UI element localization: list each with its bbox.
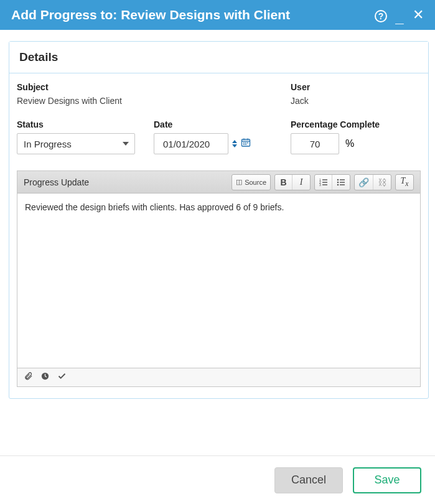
subject-value: Review Designs with Client — [17, 96, 291, 106]
source-icon: ◫ — [236, 178, 242, 186]
link-button[interactable]: 🔗 — [355, 175, 373, 190]
bold-button[interactable]: B — [275, 175, 292, 190]
help-icon: ? — [375, 10, 387, 22]
unlink-icon: ⛓ — [378, 177, 386, 187]
editor-footer — [17, 368, 420, 386]
status-select[interactable]: In Progress — [17, 133, 135, 154]
cancel-button[interactable]: Cancel — [274, 467, 343, 493]
minimize-icon: _ — [395, 9, 403, 26]
numbered-list-button[interactable]: 123 — [315, 175, 332, 190]
svg-point-18 — [337, 179, 339, 180]
source-button[interactable]: ◫ Source — [232, 175, 270, 190]
svg-text:3: 3 — [319, 183, 321, 187]
numbered-list-icon: 123 — [319, 178, 328, 187]
user-label: User — [291, 82, 403, 92]
window-title: Add Progress to: Review Designs with Cli… — [11, 7, 372, 22]
done-button[interactable] — [57, 371, 67, 383]
date-label: Date — [154, 119, 291, 129]
editor-box: Progress Update ◫ Source B I — [17, 170, 421, 387]
history-button[interactable] — [40, 371, 50, 383]
details-panel: Details Subject Review Designs with Clie… — [9, 41, 429, 399]
close-icon: ✕ — [413, 7, 424, 22]
title-bar: Add Progress to: Review Designs with Cli… — [0, 0, 435, 30]
bullet-list-button[interactable] — [332, 175, 350, 190]
bullet-list-icon — [337, 178, 345, 187]
paperclip-icon — [24, 371, 33, 381]
help-button[interactable]: ? — [372, 8, 390, 22]
editor-toolbar: ◫ Source B I 123 — [228, 174, 414, 190]
percentage-unit: % — [345, 138, 354, 149]
user-value: Jack — [291, 96, 403, 106]
calendar-button[interactable] — [241, 138, 251, 150]
chevron-up-icon — [232, 140, 237, 143]
calendar-icon — [241, 138, 251, 147]
attach-button[interactable] — [24, 371, 33, 383]
button-bar: Cancel Save — [0, 455, 435, 504]
remove-format-icon: Tx — [401, 176, 409, 188]
svg-point-19 — [337, 181, 339, 183]
panel-header: Details — [9, 42, 428, 73]
subject-label: Subject — [17, 82, 291, 92]
editor-title: Progress Update — [24, 177, 89, 187]
save-button[interactable]: Save — [353, 467, 421, 493]
link-icon: 🔗 — [358, 177, 369, 187]
source-label: Source — [245, 179, 266, 186]
status-label: Status — [17, 119, 154, 129]
italic-button[interactable]: I — [292, 175, 310, 190]
minimize-button[interactable]: _ — [390, 6, 409, 24]
editor-textarea[interactable]: Reviewed the design briefs with clients.… — [17, 194, 420, 368]
chevron-down-icon — [232, 144, 237, 147]
form-scroll-area[interactable]: Details Subject Review Designs with Clie… — [0, 30, 435, 455]
italic-icon: I — [300, 177, 303, 187]
bold-icon: B — [280, 177, 286, 187]
unlink-button[interactable]: ⛓ — [373, 175, 391, 190]
check-icon — [57, 371, 67, 381]
svg-point-20 — [337, 184, 339, 185]
date-input[interactable] — [154, 133, 228, 154]
remove-format-button[interactable]: Tx — [396, 175, 413, 190]
clock-icon — [40, 371, 50, 381]
percentage-label: Percentage Complete — [291, 119, 415, 129]
date-spinner[interactable] — [232, 140, 237, 147]
close-button[interactable]: ✕ — [409, 7, 428, 23]
percentage-input[interactable] — [291, 133, 339, 154]
